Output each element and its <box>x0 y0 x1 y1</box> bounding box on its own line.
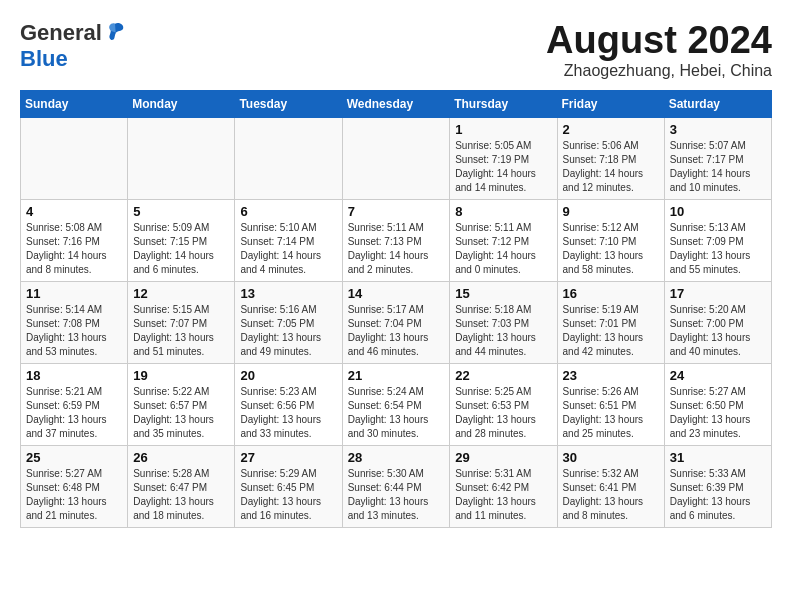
day-detail: Sunrise: 5:27 AM Sunset: 6:50 PM Dayligh… <box>670 385 766 441</box>
calendar-week-row: 1Sunrise: 5:05 AM Sunset: 7:19 PM Daylig… <box>21 117 772 199</box>
calendar-cell: 4Sunrise: 5:08 AM Sunset: 7:16 PM Daylig… <box>21 199 128 281</box>
calendar-cell: 13Sunrise: 5:16 AM Sunset: 7:05 PM Dayli… <box>235 281 342 363</box>
day-detail: Sunrise: 5:15 AM Sunset: 7:07 PM Dayligh… <box>133 303 229 359</box>
day-of-week-header: Monday <box>128 90 235 117</box>
day-detail: Sunrise: 5:24 AM Sunset: 6:54 PM Dayligh… <box>348 385 445 441</box>
day-number: 7 <box>348 204 445 219</box>
calendar-table: SundayMondayTuesdayWednesdayThursdayFrid… <box>20 90 772 528</box>
day-number: 23 <box>563 368 659 383</box>
day-number: 26 <box>133 450 229 465</box>
day-detail: Sunrise: 5:30 AM Sunset: 6:44 PM Dayligh… <box>348 467 445 523</box>
day-number: 18 <box>26 368 122 383</box>
calendar-cell: 16Sunrise: 5:19 AM Sunset: 7:01 PM Dayli… <box>557 281 664 363</box>
month-year-title: August 2024 <box>546 20 772 62</box>
calendar-cell <box>128 117 235 199</box>
calendar-cell: 27Sunrise: 5:29 AM Sunset: 6:45 PM Dayli… <box>235 445 342 527</box>
calendar-cell: 20Sunrise: 5:23 AM Sunset: 6:56 PM Dayli… <box>235 363 342 445</box>
day-detail: Sunrise: 5:32 AM Sunset: 6:41 PM Dayligh… <box>563 467 659 523</box>
day-number: 15 <box>455 286 551 301</box>
calendar-cell: 22Sunrise: 5:25 AM Sunset: 6:53 PM Dayli… <box>450 363 557 445</box>
calendar-week-row: 18Sunrise: 5:21 AM Sunset: 6:59 PM Dayli… <box>21 363 772 445</box>
day-number: 1 <box>455 122 551 137</box>
calendar-cell: 23Sunrise: 5:26 AM Sunset: 6:51 PM Dayli… <box>557 363 664 445</box>
page-header: General Blue August 2024 Zhaogezhuang, H… <box>20 20 772 80</box>
location-subtitle: Zhaogezhuang, Hebei, China <box>546 62 772 80</box>
day-number: 17 <box>670 286 766 301</box>
day-number: 19 <box>133 368 229 383</box>
logo-bird-icon <box>104 20 126 42</box>
day-detail: Sunrise: 5:05 AM Sunset: 7:19 PM Dayligh… <box>455 139 551 195</box>
day-detail: Sunrise: 5:21 AM Sunset: 6:59 PM Dayligh… <box>26 385 122 441</box>
logo-blue-text: Blue <box>20 46 68 71</box>
day-detail: Sunrise: 5:29 AM Sunset: 6:45 PM Dayligh… <box>240 467 336 523</box>
day-number: 28 <box>348 450 445 465</box>
calendar-week-row: 4Sunrise: 5:08 AM Sunset: 7:16 PM Daylig… <box>21 199 772 281</box>
day-number: 6 <box>240 204 336 219</box>
day-detail: Sunrise: 5:12 AM Sunset: 7:10 PM Dayligh… <box>563 221 659 277</box>
day-detail: Sunrise: 5:27 AM Sunset: 6:48 PM Dayligh… <box>26 467 122 523</box>
day-detail: Sunrise: 5:28 AM Sunset: 6:47 PM Dayligh… <box>133 467 229 523</box>
calendar-cell: 7Sunrise: 5:11 AM Sunset: 7:13 PM Daylig… <box>342 199 450 281</box>
calendar-cell: 5Sunrise: 5:09 AM Sunset: 7:15 PM Daylig… <box>128 199 235 281</box>
day-detail: Sunrise: 5:14 AM Sunset: 7:08 PM Dayligh… <box>26 303 122 359</box>
calendar-cell: 12Sunrise: 5:15 AM Sunset: 7:07 PM Dayli… <box>128 281 235 363</box>
day-of-week-header: Sunday <box>21 90 128 117</box>
day-detail: Sunrise: 5:23 AM Sunset: 6:56 PM Dayligh… <box>240 385 336 441</box>
day-number: 11 <box>26 286 122 301</box>
day-detail: Sunrise: 5:07 AM Sunset: 7:17 PM Dayligh… <box>670 139 766 195</box>
day-number: 12 <box>133 286 229 301</box>
day-number: 22 <box>455 368 551 383</box>
day-detail: Sunrise: 5:26 AM Sunset: 6:51 PM Dayligh… <box>563 385 659 441</box>
day-detail: Sunrise: 5:33 AM Sunset: 6:39 PM Dayligh… <box>670 467 766 523</box>
day-detail: Sunrise: 5:10 AM Sunset: 7:14 PM Dayligh… <box>240 221 336 277</box>
day-number: 5 <box>133 204 229 219</box>
day-number: 27 <box>240 450 336 465</box>
day-number: 14 <box>348 286 445 301</box>
calendar-cell: 14Sunrise: 5:17 AM Sunset: 7:04 PM Dayli… <box>342 281 450 363</box>
title-area: August 2024 Zhaogezhuang, Hebei, China <box>546 20 772 80</box>
day-detail: Sunrise: 5:17 AM Sunset: 7:04 PM Dayligh… <box>348 303 445 359</box>
day-of-week-header: Saturday <box>664 90 771 117</box>
day-detail: Sunrise: 5:11 AM Sunset: 7:12 PM Dayligh… <box>455 221 551 277</box>
day-detail: Sunrise: 5:13 AM Sunset: 7:09 PM Dayligh… <box>670 221 766 277</box>
calendar-cell: 15Sunrise: 5:18 AM Sunset: 7:03 PM Dayli… <box>450 281 557 363</box>
day-of-week-header: Thursday <box>450 90 557 117</box>
day-detail: Sunrise: 5:09 AM Sunset: 7:15 PM Dayligh… <box>133 221 229 277</box>
calendar-cell: 24Sunrise: 5:27 AM Sunset: 6:50 PM Dayli… <box>664 363 771 445</box>
calendar-cell: 30Sunrise: 5:32 AM Sunset: 6:41 PM Dayli… <box>557 445 664 527</box>
calendar-cell: 18Sunrise: 5:21 AM Sunset: 6:59 PM Dayli… <box>21 363 128 445</box>
calendar-cell <box>235 117 342 199</box>
calendar-cell: 31Sunrise: 5:33 AM Sunset: 6:39 PM Dayli… <box>664 445 771 527</box>
day-detail: Sunrise: 5:25 AM Sunset: 6:53 PM Dayligh… <box>455 385 551 441</box>
calendar-cell: 11Sunrise: 5:14 AM Sunset: 7:08 PM Dayli… <box>21 281 128 363</box>
day-detail: Sunrise: 5:11 AM Sunset: 7:13 PM Dayligh… <box>348 221 445 277</box>
day-detail: Sunrise: 5:16 AM Sunset: 7:05 PM Dayligh… <box>240 303 336 359</box>
day-number: 16 <box>563 286 659 301</box>
day-number: 21 <box>348 368 445 383</box>
calendar-cell <box>21 117 128 199</box>
calendar-cell: 8Sunrise: 5:11 AM Sunset: 7:12 PM Daylig… <box>450 199 557 281</box>
day-number: 20 <box>240 368 336 383</box>
day-detail: Sunrise: 5:19 AM Sunset: 7:01 PM Dayligh… <box>563 303 659 359</box>
calendar-cell: 25Sunrise: 5:27 AM Sunset: 6:48 PM Dayli… <box>21 445 128 527</box>
day-number: 3 <box>670 122 766 137</box>
day-number: 8 <box>455 204 551 219</box>
calendar-header-row: SundayMondayTuesdayWednesdayThursdayFrid… <box>21 90 772 117</box>
day-number: 10 <box>670 204 766 219</box>
day-number: 24 <box>670 368 766 383</box>
calendar-cell: 17Sunrise: 5:20 AM Sunset: 7:00 PM Dayli… <box>664 281 771 363</box>
calendar-cell: 10Sunrise: 5:13 AM Sunset: 7:09 PM Dayli… <box>664 199 771 281</box>
calendar-week-row: 25Sunrise: 5:27 AM Sunset: 6:48 PM Dayli… <box>21 445 772 527</box>
calendar-cell: 26Sunrise: 5:28 AM Sunset: 6:47 PM Dayli… <box>128 445 235 527</box>
day-detail: Sunrise: 5:06 AM Sunset: 7:18 PM Dayligh… <box>563 139 659 195</box>
day-number: 9 <box>563 204 659 219</box>
calendar-week-row: 11Sunrise: 5:14 AM Sunset: 7:08 PM Dayli… <box>21 281 772 363</box>
day-number: 29 <box>455 450 551 465</box>
day-detail: Sunrise: 5:31 AM Sunset: 6:42 PM Dayligh… <box>455 467 551 523</box>
day-number: 30 <box>563 450 659 465</box>
calendar-cell: 6Sunrise: 5:10 AM Sunset: 7:14 PM Daylig… <box>235 199 342 281</box>
day-detail: Sunrise: 5:22 AM Sunset: 6:57 PM Dayligh… <box>133 385 229 441</box>
day-detail: Sunrise: 5:20 AM Sunset: 7:00 PM Dayligh… <box>670 303 766 359</box>
day-number: 31 <box>670 450 766 465</box>
calendar-cell: 28Sunrise: 5:30 AM Sunset: 6:44 PM Dayli… <box>342 445 450 527</box>
